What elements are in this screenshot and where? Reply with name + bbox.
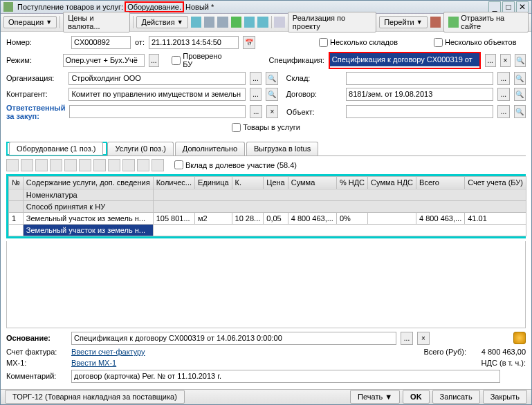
col-sum[interactable]: Сумма: [288, 176, 336, 189]
osn-clear[interactable]: ×: [417, 332, 430, 345]
multi-object-check[interactable]: Несколько объектов: [434, 38, 517, 47]
spec-select[interactable]: ...: [485, 54, 496, 67]
col-vat[interactable]: % НДС: [336, 176, 367, 189]
realisation-button[interactable]: Реализация по проекту: [288, 12, 376, 32]
col-total[interactable]: Всего: [416, 176, 465, 189]
table-row[interactable]: 1 Земельный участок из земель н... 105 8…: [9, 212, 526, 224]
warehouse-select[interactable]: ...: [497, 72, 509, 85]
col-n[interactable]: №: [9, 176, 24, 189]
spec-clear[interactable]: ×: [500, 54, 511, 67]
torg12-button[interactable]: ТОРГ-12 (Товарная накладная за поставщик…: [5, 390, 185, 404]
app-icon: [3, 2, 13, 12]
close-button[interactable]: ✕: [516, 1, 529, 12]
resp-input[interactable]: [69, 105, 246, 118]
contr-lookup[interactable]: 🔍: [266, 88, 277, 101]
paste-icon[interactable]: [257, 17, 268, 28]
date-input[interactable]: [149, 36, 239, 49]
multi-warehouse-check[interactable]: Несколько складов: [319, 38, 398, 47]
org-select[interactable]: ...: [250, 72, 262, 85]
dogovor-label: Договор:: [286, 90, 342, 98]
osn-select[interactable]: ...: [401, 332, 413, 345]
calendar-button[interactable]: 📅: [243, 36, 255, 49]
contr-select[interactable]: ...: [250, 88, 262, 101]
close-button-bottom[interactable]: Закрыть: [483, 390, 527, 404]
down-icon[interactable]: [79, 159, 91, 171]
nav-back-icon[interactable]: [204, 17, 214, 28]
save-icon[interactable]: [191, 17, 201, 28]
minimize-button[interactable]: _: [488, 1, 501, 12]
number-label: Номер:: [6, 38, 67, 46]
prices-button[interactable]: Цены и валюта...: [63, 12, 130, 32]
dogovor-select[interactable]: ...: [497, 88, 509, 101]
col-content[interactable]: Содержание услуги, доп. сведения: [23, 176, 153, 189]
tab-additional[interactable]: Дополнительно: [175, 142, 245, 156]
dogovor-lookup[interactable]: 🔍: [514, 88, 526, 101]
col-k[interactable]: К.: [232, 176, 264, 189]
title-prefix: Поступление товаров и услуг:: [16, 3, 125, 11]
col-unit[interactable]: Единица: [195, 176, 232, 189]
more3-icon[interactable]: [152, 159, 164, 171]
spec-value[interactable]: Спецификация к договору CX000319 от 14: [330, 53, 479, 66]
write-button[interactable]: Записать: [432, 390, 480, 404]
number-input[interactable]: [71, 36, 131, 49]
spec-lookup[interactable]: 🔍: [515, 54, 526, 67]
tab-equipment[interactable]: Оборудование (1 поз.): [9, 142, 103, 155]
object-select[interactable]: ...: [497, 105, 509, 118]
refresh-icon[interactable]: [231, 17, 241, 28]
org-label: Организация:: [6, 74, 64, 82]
org-lookup[interactable]: 🔍: [266, 72, 277, 85]
object-label: Объект:: [286, 108, 342, 116]
org-input[interactable]: [68, 72, 245, 85]
up-icon[interactable]: [64, 159, 77, 171]
actions-menu[interactable]: Действия▼: [136, 16, 187, 28]
more2-icon[interactable]: [137, 159, 149, 171]
add-row-icon[interactable]: [6, 159, 19, 171]
goods-services-check[interactable]: Товары в услуги: [232, 123, 300, 132]
tab-services[interactable]: Услуги (0 поз.): [107, 142, 173, 156]
ok-button[interactable]: OK: [403, 390, 430, 404]
operation-menu[interactable]: Операция▼: [3, 16, 57, 28]
col-qty[interactable]: Количес...: [153, 176, 194, 189]
site-icon: [448, 17, 459, 28]
total-value: 4 800 463,00: [470, 348, 526, 356]
del-row-icon[interactable]: [35, 159, 48, 171]
spec-label: Спецификация:: [269, 56, 324, 64]
table-row-selected[interactable]: Земельный участок из земель н...: [9, 224, 526, 236]
sf-link[interactable]: Ввести счет-фактуру: [71, 348, 145, 356]
maximize-button[interactable]: □: [502, 1, 515, 12]
goto-menu[interactable]: Перейти▼: [379, 16, 428, 28]
mx-link[interactable]: Ввести MX-1: [71, 359, 116, 367]
resp-select[interactable]: ...: [250, 105, 262, 118]
mode-select[interactable]: ...: [149, 54, 160, 67]
mode-input[interactable]: [63, 54, 145, 67]
warehouse-lookup[interactable]: 🔍: [514, 72, 526, 85]
subheader-nu: Способ принятия к НУ: [23, 200, 153, 212]
object-lookup[interactable]: 🔍: [514, 105, 526, 118]
gold-icon[interactable]: [513, 332, 526, 344]
checked-bu[interactable]: Проверено БУ: [172, 52, 225, 68]
dt-kt-icon[interactable]: [430, 17, 441, 28]
nav-fwd-icon[interactable]: [217, 17, 228, 28]
print-button[interactable]: Печать ▼: [350, 390, 400, 404]
warehouse-input[interactable]: [346, 72, 493, 85]
resp-clear[interactable]: ×: [266, 105, 278, 118]
copy-icon[interactable]: [244, 17, 255, 28]
col-acc[interactable]: Счет учета (БУ): [465, 176, 526, 189]
vklad-check[interactable]: Вклад в долевое участие (58.4): [174, 160, 297, 169]
sort-desc-icon[interactable]: [108, 159, 120, 171]
osn-input[interactable]: [71, 332, 396, 345]
copy-row-icon[interactable]: [50, 159, 62, 171]
col-price[interactable]: Цена: [264, 176, 288, 189]
vat-label: НДС (в т. ч.):: [481, 359, 526, 367]
more1-icon[interactable]: [122, 159, 135, 171]
col-vatsum[interactable]: Сумма НДС: [368, 176, 416, 189]
dogovor-input[interactable]: [346, 88, 493, 101]
search-icon[interactable]: [274, 17, 284, 28]
contr-input[interactable]: [68, 88, 245, 101]
comment-input[interactable]: [71, 370, 500, 383]
edit-row-icon[interactable]: [21, 159, 33, 171]
reflect-button[interactable]: Отразить на сайте: [443, 12, 529, 32]
tab-lotus[interactable]: Выгрузка в lotus: [246, 142, 318, 156]
sort-asc-icon[interactable]: [93, 159, 106, 171]
object-input[interactable]: [346, 105, 493, 118]
